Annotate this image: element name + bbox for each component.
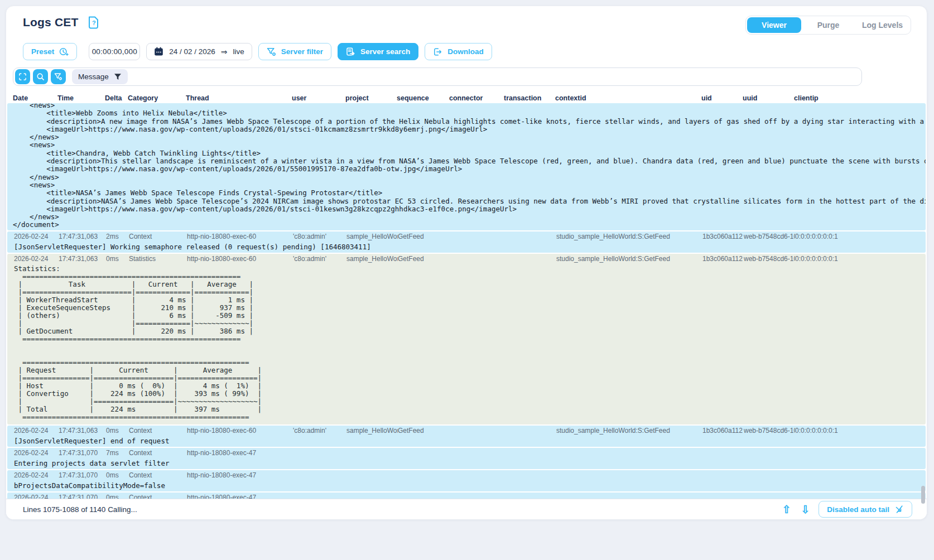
scroll-down-button[interactable]: ⇩ <box>800 504 811 515</box>
cell-delta: 2ms <box>106 233 129 240</box>
cell-date: 2026-02-24 <box>14 427 59 435</box>
log-message: [JsonServletRequester] end of request <box>7 436 926 447</box>
log-row[interactable]: 2026-02-24 17:47:31,063 2ms Context http… <box>7 231 926 253</box>
funnel-gear-icon <box>267 47 276 56</box>
search-bar: Message <box>13 67 862 86</box>
cell-user: 'c8o:admin' <box>293 233 346 240</box>
log-list: <news> <title>Webb Zooms into Helix Nebu… <box>6 103 927 503</box>
log-row-meta: 2026-02-24 17:47:31,063 2ms Context http… <box>7 231 926 242</box>
preset-label: Preset <box>31 47 54 56</box>
log-row[interactable]: 2026-02-24 17:47:31,070 7ms Context http… <box>7 448 926 469</box>
tab-viewer[interactable]: Viewer <box>747 17 801 33</box>
download-button[interactable]: Download <box>425 43 492 60</box>
log-row-meta: 2026-02-24 17:47:31,063 0ms Context http… <box>7 426 926 436</box>
time-value: 00:00:00,000 <box>92 47 137 56</box>
column-delta: Delta <box>105 94 128 102</box>
column-uid: uid <box>701 94 743 102</box>
cell-date: 2026-02-24 <box>14 233 59 240</box>
cell-contextid: studio_sample_HelloWorld:S:GetFeed <box>556 255 702 263</box>
server-search-label: Server search <box>360 47 410 56</box>
cell-contextid: studio_sample_HelloWorld:S:GetFeed <box>556 233 702 240</box>
cell-project: sample_HelloWorld <box>346 255 398 263</box>
log-file-help-icon[interactable]: ? <box>88 16 99 29</box>
filter-text-input[interactable] <box>131 68 860 85</box>
view-tabs: Viewer Purge Log Levels <box>745 16 911 35</box>
date-value: 24 / 02 / 2026 <box>169 47 215 56</box>
preset-button[interactable]: Preset <box>23 43 77 60</box>
cell-uid: 1b3c060a112 <box>702 427 744 435</box>
log-row[interactable]: 2026-02-24 17:47:31,063 0ms Statistics h… <box>7 254 926 424</box>
cell-sequence: GetFeed <box>398 233 450 240</box>
log-row-meta: 2026-02-24 17:47:31,070 7ms Context http… <box>7 448 926 458</box>
log-row[interactable]: 2026-02-24 17:47:31,070 0ms Context http… <box>7 470 926 491</box>
date-picker[interactable]: 24 / 02 / 2026 ⇒ live <box>146 43 252 60</box>
cell-date: 2026-02-24 <box>14 449 59 457</box>
message-filter-label: Message <box>78 73 109 81</box>
cell-category: Context <box>129 471 187 479</box>
cell-time: 17:47:31,070 <box>59 449 106 457</box>
cell-project: sample_HelloWorld <box>346 233 398 240</box>
auto-tail-label: Disabled auto tail <box>827 505 889 514</box>
column-thread: Thread <box>186 94 292 102</box>
cell-clientip: 0:0:0:0:0:0:0:1 <box>795 233 926 240</box>
cell-sequence: GetFeed <box>398 427 450 435</box>
svg-text:?: ? <box>92 20 96 26</box>
log-message: bProjectsDataCompatibilityMode=false <box>7 480 926 491</box>
cell-uid: 1b3c060a112 <box>702 233 744 240</box>
cell-user: 'c8o:admin' <box>293 255 346 263</box>
server-filter-button[interactable]: Server filter <box>258 43 331 60</box>
page-title: Logs CET <box>23 16 79 29</box>
log-xml-block[interactable]: <news> <title>Webb Zooms into Helix Nebu… <box>7 103 926 230</box>
cell-uuid: web-b7548cd6-10 <box>744 255 795 263</box>
log-viewer-card: Logs CET ? Viewer Purge Log Levels Prese… <box>6 6 927 520</box>
search-icon-button[interactable] <box>33 69 48 84</box>
cell-delta: 0ms <box>106 471 129 479</box>
xml-content: <news> <title>Webb Zooms into Helix Nebu… <box>7 103 926 229</box>
tab-log-levels[interactable]: Log Levels <box>855 17 909 33</box>
table-header: Date Time Delta Category Thread user pro… <box>6 93 927 103</box>
cell-date: 2026-02-24 <box>14 255 59 263</box>
auto-tail-off-icon <box>894 505 904 514</box>
cell-time: 17:47:31,063 <box>59 233 106 240</box>
auto-tail-button[interactable]: Disabled auto tail <box>819 501 912 518</box>
server-search-button[interactable]: Server search <box>338 43 418 60</box>
scrollbar-thumb[interactable] <box>921 486 925 504</box>
cell-uuid: web-b7548cd6-10 <box>744 233 795 240</box>
cell-project: sample_HelloWorld <box>346 427 398 435</box>
scroll-up-button[interactable]: ⇧ <box>781 504 792 515</box>
cell-time: 17:47:31,063 <box>59 255 106 263</box>
top-bar: Logs CET ? Viewer Purge Log Levels <box>6 6 927 35</box>
funnel-icon <box>114 73 122 81</box>
filter-settings-button[interactable] <box>51 69 66 84</box>
cell-contextid: studio_sample_HelloWorld:S:GetFeed <box>556 427 702 435</box>
tab-purge[interactable]: Purge <box>801 17 855 33</box>
log-statistics-block: Statistics: ============================… <box>7 264 926 424</box>
cell-user: 'c8o:admin' <box>293 427 346 435</box>
log-row[interactable]: 2026-02-24 17:47:31,063 0ms Context http… <box>7 426 926 447</box>
cell-delta: 0ms <box>106 255 129 263</box>
column-time: Time <box>57 94 105 102</box>
cell-category: Context <box>129 427 187 435</box>
message-filter-chip[interactable]: Message <box>72 69 128 84</box>
time-input[interactable]: 00:00:00,000 <box>89 43 140 60</box>
cell-thread: http-nio-18080-exec-60 <box>187 427 293 435</box>
cell-category: Context <box>129 233 187 240</box>
column-contextid: contextid <box>555 94 701 102</box>
expand-button[interactable] <box>15 69 30 84</box>
download-icon <box>433 47 442 56</box>
cell-clientip: 0:0:0:0:0:0:0:1 <box>795 255 926 263</box>
toolbar: Preset 00:00:00,000 24 / 02 / 2026 ⇒ liv… <box>23 43 927 60</box>
clock-plus-icon <box>59 47 69 56</box>
cell-category: Statistics <box>129 255 187 263</box>
cell-clientip: 0:0:0:0:0:0:0:1 <box>795 427 926 435</box>
status-bar: Lines 1075-1088 of 1140 Calling... ⇧ ⇩ D… <box>6 499 927 519</box>
log-row-meta: 2026-02-24 17:47:31,063 0ms Statistics h… <box>7 254 926 264</box>
cell-uuid: web-b7548cd6-10 <box>744 427 795 435</box>
cell-thread: http-nio-18080-exec-47 <box>187 449 293 457</box>
cell-time: 17:47:31,063 <box>59 427 106 435</box>
column-connector: connector <box>449 94 504 102</box>
cell-sequence: GetFeed <box>398 255 450 263</box>
download-label: Download <box>447 47 484 56</box>
log-message: [JsonServletRequester] Working semaphore… <box>7 242 926 253</box>
log-row-meta: 2026-02-24 17:47:31,070 0ms Context http… <box>7 470 926 480</box>
